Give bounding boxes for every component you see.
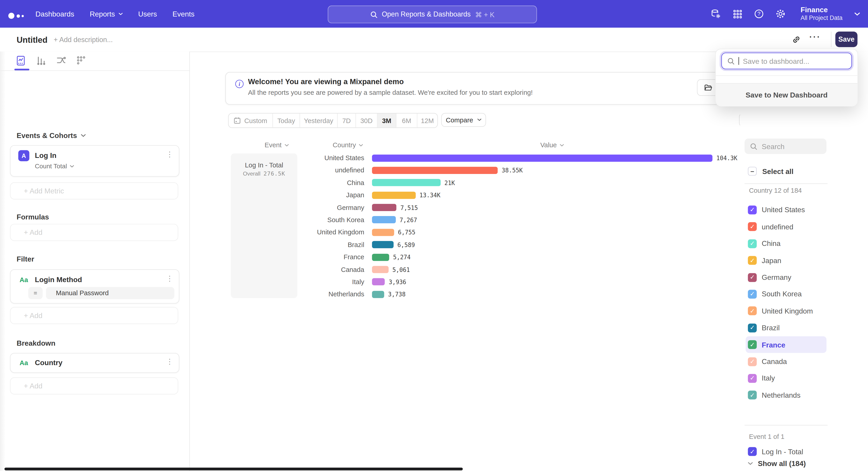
breakdown-card-country[interactable]: Aa Country ⋮ — [10, 353, 179, 373]
select-all-checkbox-indeterminate[interactable]: – — [748, 167, 757, 176]
nav-item-reports[interactable]: Reports — [90, 10, 123, 18]
breakdown-property-name[interactable]: Country — [35, 358, 62, 367]
country-item-france[interactable]: ✓France — [740, 336, 868, 353]
checkbox-checked[interactable]: ✓ — [748, 324, 757, 332]
tab-flows-icon[interactable] — [55, 54, 67, 66]
country-item-united-kingdom[interactable]: ✓United Kingdom — [740, 302, 868, 319]
checkbox-checked[interactable]: ✓ — [748, 290, 757, 299]
column-header-country[interactable]: Country — [333, 141, 363, 149]
banner-subtitle: All the reports you see are powered by a… — [248, 89, 533, 96]
country-item-canada[interactable]: ✓Canada — [740, 353, 868, 370]
save-to-new-dashboard-button[interactable]: Save to New Dashboard — [716, 83, 858, 106]
range-30d[interactable]: 30D — [356, 114, 378, 127]
chevron-down-icon[interactable] — [854, 12, 860, 16]
checkbox-checked[interactable]: ✓ — [748, 374, 757, 383]
compare-button[interactable]: Compare — [441, 113, 486, 127]
bar[interactable] — [372, 167, 498, 174]
more-actions-button[interactable]: ··· — [809, 32, 821, 41]
bar[interactable] — [372, 254, 389, 261]
bar[interactable] — [372, 241, 394, 248]
chart-row-canada: Canada5,061 — [0, 264, 736, 276]
range-custom[interactable]: Custom — [228, 114, 273, 127]
add-description-placeholder[interactable]: + Add description... — [54, 36, 113, 44]
bar[interactable] — [372, 216, 396, 224]
bar[interactable] — [372, 179, 440, 186]
country-item-italy[interactable]: ✓Italy — [740, 370, 868, 387]
bar[interactable] — [372, 229, 394, 236]
checkbox-checked[interactable]: ✓ — [748, 391, 757, 400]
events-cohorts-heading[interactable]: Events & Cohorts — [17, 131, 86, 140]
country-item-netherlands[interactable]: ✓Netherlands — [740, 387, 868, 404]
bar-label: China — [255, 179, 364, 186]
country-item-united-states[interactable]: ✓United States — [740, 202, 868, 218]
tab-funnels-icon[interactable] — [35, 54, 47, 66]
bar[interactable] — [372, 204, 397, 211]
country-item-brazil[interactable]: ✓Brazil — [740, 319, 868, 336]
project-switcher[interactable]: Finance All Project Data — [801, 6, 843, 22]
save-button[interactable]: Save — [835, 32, 858, 47]
series-search-input[interactable]: Search — [745, 139, 827, 154]
country-item-china[interactable]: ✓China — [740, 235, 868, 252]
chevron-down-icon — [748, 462, 753, 465]
tab-retention-icon[interactable] — [75, 54, 87, 66]
report-title-bar: Untitled + Add description... ··· Save — [0, 28, 868, 52]
nav-item-users[interactable]: Users — [138, 10, 157, 18]
event-group-label: Event 1 of 1 — [749, 433, 784, 440]
bar[interactable] — [372, 192, 416, 199]
column-header-event[interactable]: Event — [265, 141, 289, 149]
select-all-row[interactable]: – Select all — [748, 167, 794, 176]
nav-item-dashboards[interactable]: Dashboards — [35, 10, 74, 18]
checkbox-checked[interactable]: ✓ — [748, 206, 757, 214]
checkbox-checked[interactable]: ✓ — [748, 357, 757, 366]
checkbox-checked[interactable]: ✓ — [748, 447, 757, 456]
range-3m[interactable]: 3M — [377, 114, 396, 127]
project-scope: All Project Data — [801, 14, 843, 22]
checkbox-checked[interactable]: ✓ — [748, 223, 757, 231]
bar-label: Germany — [255, 204, 364, 211]
search-icon — [370, 11, 377, 18]
report-title[interactable]: Untitled — [17, 35, 48, 45]
bar-value: 38.55K — [502, 167, 523, 174]
bar-label: undefined — [255, 167, 364, 174]
save-dashboard-placeholder: Save to dashboard... — [743, 57, 809, 65]
event-series-checkbox-row[interactable]: ✓ Log In - Total — [748, 447, 803, 456]
copy-link-icon[interactable] — [792, 35, 802, 45]
checkbox-checked[interactable]: ✓ — [748, 340, 757, 349]
country-item-japan[interactable]: ✓Japan — [740, 252, 868, 269]
settings-gear-icon[interactable] — [776, 9, 785, 19]
bar[interactable] — [372, 278, 385, 286]
apps-grid-icon[interactable] — [733, 9, 742, 19]
nav-item-events[interactable]: Events — [173, 10, 194, 18]
show-all-toggle[interactable]: Show all (184) — [748, 459, 806, 468]
primary-nav: DashboardsReportsUsersEvents — [35, 0, 195, 28]
tab-insights-icon[interactable] — [14, 54, 27, 66]
kebab-menu-icon[interactable]: ⋮ — [166, 358, 174, 365]
range-7d[interactable]: 7D — [338, 114, 356, 127]
checkbox-checked[interactable]: ✓ — [748, 273, 757, 282]
checkbox-checked[interactable]: ✓ — [748, 256, 757, 265]
add-breakdown-button[interactable]: + Add — [10, 377, 178, 394]
bar[interactable] — [372, 266, 389, 273]
titlebar-divider — [831, 32, 831, 47]
global-search-button[interactable]: Open Reports & Dashboards ⌘ + K — [328, 5, 537, 23]
horizontal-scrollbar-thumb[interactable] — [4, 468, 463, 470]
save-dashboard-search-input[interactable]: Save to dashboard... — [721, 53, 852, 69]
search-icon — [727, 57, 735, 64]
country-item-south-korea[interactable]: ✓South Korea — [740, 286, 868, 302]
bar[interactable] — [372, 154, 712, 161]
checkbox-checked[interactable]: ✓ — [748, 306, 757, 315]
range-6m[interactable]: 6M — [396, 114, 417, 127]
data-connections-icon[interactable] — [711, 9, 721, 19]
bar[interactable] — [372, 291, 384, 298]
country-item-undefined[interactable]: ✓undefined — [740, 218, 868, 235]
checkbox-checked[interactable]: ✓ — [748, 239, 757, 248]
column-header-value[interactable]: Value — [540, 141, 564, 149]
range-12m[interactable]: 12M — [417, 114, 437, 127]
mixpanel-logo-icon[interactable] — [8, 11, 27, 17]
mixpanel-insights-app: DashboardsReportsUsersEvents Open Report… — [0, 0, 868, 471]
add-filter-button[interactable]: + Add — [10, 307, 178, 324]
country-item-germany[interactable]: ✓Germany — [740, 269, 868, 286]
help-icon[interactable]: ? — [754, 9, 764, 19]
range-yesterday[interactable]: Yesterday — [300, 114, 338, 127]
range-today[interactable]: Today — [273, 114, 300, 127]
